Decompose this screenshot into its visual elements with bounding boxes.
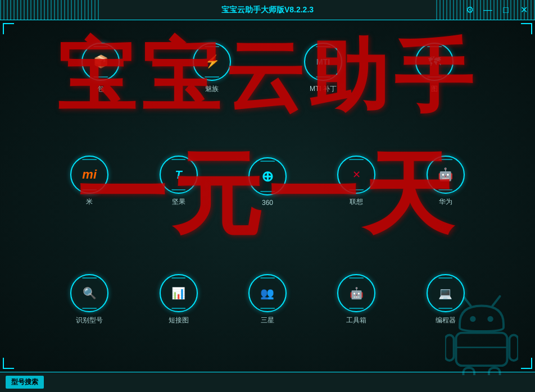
corner-decoration-br: [521, 358, 532, 369]
window-controls: ⚙ — □ ✕: [464, 4, 529, 16]
svg-rect-6: [509, 335, 518, 361]
icon-item-lenovo[interactable]: ✕ 联想: [334, 156, 379, 207]
minimize-button[interactable]: —: [482, 4, 493, 16]
icon-label-mi: 米: [86, 197, 93, 207]
icon-label-mti: MTI 补丁: [310, 84, 337, 94]
icon-row-3: 🔍 识别型号 📊 短接图 👥 三星 🤖 工具箱: [45, 274, 490, 325]
svg-rect-4: [456, 333, 507, 366]
icon-circle-mti[interactable]: MTI: [304, 43, 342, 81]
icon-item-360[interactable]: ⊕ 360: [245, 157, 290, 207]
icon-label-package: 包: [97, 84, 104, 94]
icon-item-package[interactable]: 📦 包: [78, 43, 123, 94]
nut-logo-icon: T: [175, 168, 182, 181]
icon-label-map: 图: [431, 84, 438, 94]
corner-decoration-tr: [521, 23, 532, 34]
icon-label-identify: 识别型号: [76, 316, 103, 325]
toolbox-icon: 🤖: [350, 286, 364, 300]
svg-rect-8: [489, 368, 500, 375]
model-search-tag[interactable]: 型号搜索: [6, 376, 44, 389]
title-bar: 宝宝云助手大师版V8.2.2.3 ⚙ — □ ✕: [0, 0, 535, 20]
shortcut-icon: 📊: [171, 286, 185, 300]
icon-row-1: 📦 包 ⚡ 魅族 MTI MTI 补丁 🗺 图: [45, 43, 490, 94]
icon-item-shortcut[interactable]: 📊 短接图: [156, 274, 201, 325]
mi-logo-icon: mi: [82, 167, 97, 182]
title-bar-left-decoration: [0, 0, 101, 20]
icon-item-flash[interactable]: ⚡ 魅族: [189, 43, 234, 94]
icon-label-360: 360: [262, 199, 273, 207]
main-content: 宝宝云助手 一元一天 📦 包 ⚡ 魅族 MTI MTI 补丁: [0, 20, 535, 372]
icon-item-samsung[interactable]: 👥 三星: [245, 274, 290, 325]
icon-circle-shortcut[interactable]: 📊: [160, 274, 198, 312]
mti-icon: MTI: [316, 57, 330, 66]
close-button[interactable]: ✕: [518, 4, 529, 16]
icon-item-identify[interactable]: 🔍 识别型号: [67, 274, 112, 325]
icon-circle-nut[interactable]: T: [160, 156, 198, 194]
app-title: 宝宝云助手大师版V8.2.2.3: [221, 5, 314, 15]
icon-item-programmer[interactable]: 💻 编程器: [423, 274, 468, 325]
icon-circle-map[interactable]: 🗺: [415, 43, 454, 81]
icons-grid: 📦 包 ⚡ 魅族 MTI MTI 补丁 🗺 图: [0, 43, 535, 325]
icon-circle-samsung[interactable]: 👥: [248, 274, 287, 312]
icon-item-mti[interactable]: MTI MTI 补丁: [301, 43, 346, 94]
map-icon: 🗺: [428, 54, 441, 69]
icon-item-mi[interactable]: mi 米: [67, 156, 112, 207]
icon-circle-flash[interactable]: ⚡: [193, 43, 231, 81]
programmer-icon: 💻: [438, 286, 452, 300]
icon-item-huawei[interactable]: 🤖 华为: [423, 156, 468, 207]
icon-label-nut: 坚果: [172, 197, 185, 207]
icon-circle-toolbox[interactable]: 🤖: [337, 274, 375, 312]
icon-label-samsung: 三星: [261, 316, 274, 325]
icon-label-programmer: 编程器: [436, 316, 456, 325]
icon-circle-huawei[interactable]: 🤖: [427, 156, 465, 194]
corner-decoration-bl: [3, 358, 14, 369]
icon-circle-package[interactable]: 📦: [81, 43, 120, 81]
icon-label-flash: 魅族: [205, 84, 219, 94]
360-icon: ⊕: [261, 168, 274, 185]
icon-item-map[interactable]: 🗺 图: [412, 43, 457, 94]
svg-rect-7: [464, 368, 475, 375]
icon-circle-lenovo[interactable]: ✕: [337, 156, 375, 194]
icon-item-toolbox[interactable]: 🤖 工具箱: [334, 274, 379, 325]
icon-label-huawei: 华为: [439, 197, 452, 207]
icon-row-2: mi 米 T 坚果 ⊕ 360 ✕ 联想: [45, 156, 490, 207]
icon-circle-identify[interactable]: 🔍: [70, 274, 108, 312]
maximize-button[interactable]: □: [500, 4, 511, 16]
icon-circle-programmer[interactable]: 💻: [427, 274, 465, 312]
huawei-icon: 🤖: [438, 167, 453, 182]
icon-label-lenovo: 联想: [350, 197, 363, 207]
flash-icon: ⚡: [205, 54, 220, 69]
corner-decoration-tl: [3, 23, 14, 34]
icon-item-nut[interactable]: T 坚果: [156, 156, 201, 207]
icon-label-toolbox: 工具箱: [346, 316, 366, 325]
svg-rect-5: [445, 335, 454, 361]
lenovo-icon: ✕: [352, 168, 361, 181]
identify-icon: 🔍: [83, 286, 97, 300]
icon-label-shortcut: 短接图: [169, 316, 189, 325]
samsung-icon: 👥: [260, 286, 274, 300]
icon-circle-mi[interactable]: mi: [70, 156, 108, 194]
settings-button[interactable]: ⚙: [464, 4, 475, 16]
package-icon: 📦: [93, 54, 108, 69]
icon-circle-360[interactable]: ⊕: [248, 157, 287, 195]
